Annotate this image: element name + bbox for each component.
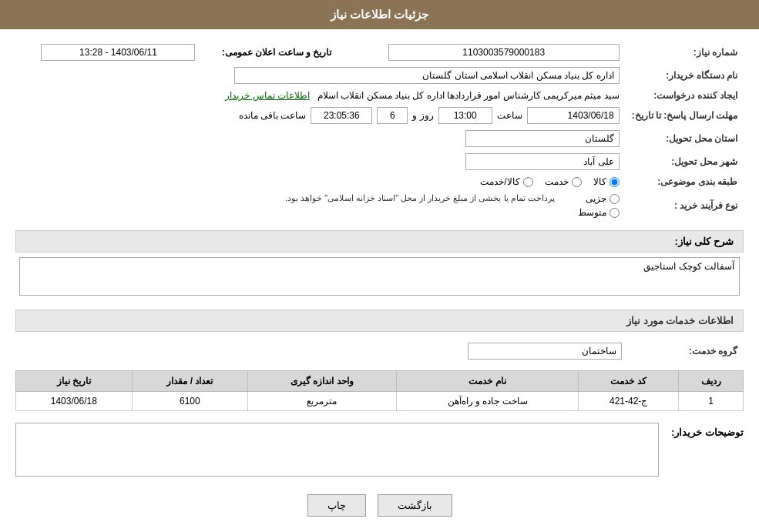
page-header: جزئیات اطلاعات نیاز [0, 0, 759, 29]
buyer-org-label: نام دستگاه خریدار: [626, 64, 744, 87]
buyer-notes-textarea[interactable] [15, 423, 659, 477]
province-input[interactable] [465, 130, 620, 147]
deadline-row: ساعت روز و ساعت باقی مانده [15, 104, 626, 127]
buyer-org-input[interactable] [234, 67, 620, 84]
deadline-days-input[interactable] [377, 107, 408, 124]
deadline-remaining-label: ساعت باقی مانده [239, 110, 307, 121]
requester-value: سید میثم میرکریمی کارشناس امور قراردادها… [15, 87, 626, 104]
col-unit: واحد اندازه گیری [248, 371, 397, 392]
service-group-input[interactable] [468, 343, 622, 360]
col-row-num: ردیف [679, 371, 744, 392]
category-label: طبقه بندی موضوعی: [626, 173, 744, 190]
province-value [15, 127, 626, 150]
deadline-remaining-input[interactable] [311, 107, 372, 124]
description-label-title: شرح کلی نیاز: [674, 236, 734, 247]
requester-contact-link[interactable]: اطلاعات تماس خریدار [225, 90, 310, 101]
category-both[interactable]: کالا/خدمت [480, 176, 532, 187]
services-table: ردیف کد خدمت نام خدمت واحد اندازه گیری ت… [15, 370, 744, 411]
city-label: شهر محل تحویل: [626, 150, 744, 173]
category-kala[interactable]: کالا [593, 176, 620, 187]
services-section: اطلاعات خدمات مورد نیاز گروه خدمت: ردیف … [15, 309, 744, 411]
procurement-jozyi[interactable]: جزیی [578, 193, 620, 204]
description-section-title: شرح کلی نیاز: [15, 230, 744, 253]
city-input[interactable] [465, 153, 620, 170]
deadline-date-input[interactable] [527, 107, 620, 124]
cell-date: 1403/06/18 [16, 392, 133, 411]
deadline-day-label: روز و [412, 110, 433, 121]
description-textarea[interactable]: آسفالت کوچک استاجیق [19, 257, 740, 296]
services-section-title: اطلاعات خدمات مورد نیاز [15, 309, 744, 332]
requester-text: سید میثم میرکریمی کارشناس امور قراردادها… [317, 90, 620, 101]
cell-quantity: 6100 [132, 392, 247, 411]
col-name: نام خدمت [396, 371, 578, 392]
procurement-motavaset[interactable]: متوسط [578, 207, 620, 218]
page-title: جزئیات اطلاعات نیاز [331, 8, 428, 21]
back-button[interactable]: بازگشت [378, 494, 452, 517]
cell-name: ساخت جاده و راه‌آهن [396, 392, 578, 411]
city-value [15, 150, 626, 173]
cell-code: ج-42-421 [579, 392, 679, 411]
deadline-time-input[interactable] [438, 107, 492, 124]
procurement-options: جزیی متوسط پرداخت تمام یا بخشی از مبلغ خ… [15, 190, 626, 221]
announce-input[interactable] [41, 44, 195, 61]
button-row: بازگشت چاپ [15, 494, 744, 517]
buyer-notes-content [15, 423, 659, 479]
buyer-notes-section: توضیحات خریدار: [15, 423, 744, 479]
print-button[interactable]: چاپ [307, 494, 366, 517]
cell-unit: مترمربع [248, 392, 397, 411]
deadline-label: مهلت ارسال پاسخ: تا تاریخ: [626, 104, 744, 127]
service-group-label: گروه خدمت: [628, 340, 744, 363]
announce-label: تاریخ و ساعت اعلان عمومی: [201, 41, 338, 64]
buyer-org-value [15, 64, 626, 87]
need-number-value [353, 41, 625, 64]
procurement-note: پرداخت تمام یا بخشی از مبلغ خریدار از مح… [285, 193, 555, 203]
table-row: 1 ج-42-421 ساخت جاده و راه‌آهن مترمربع 6… [16, 392, 744, 411]
announce-value [15, 41, 201, 64]
need-number-input[interactable] [388, 44, 620, 61]
col-date: تاریخ نیاز [16, 371, 133, 392]
description-section: شرح کلی نیاز: آسفالت کوچک استاجیق [15, 230, 744, 298]
need-number-label: شماره نیاز: [626, 41, 744, 64]
service-group-value [15, 340, 628, 363]
buyer-notes-label: توضیحات خریدار: [667, 423, 744, 438]
col-quantity: تعداد / مقدار [132, 371, 247, 392]
category-options: کالا خدمت کالا/خدمت [15, 173, 626, 190]
procurement-label: نوع فرآیند خرید : [626, 190, 744, 221]
description-input-area: آسفالت کوچک استاجیق [19, 257, 740, 298]
main-info-table: شماره نیاز: تاریخ و ساعت اعلان عمومی: نا… [15, 41, 744, 221]
category-service[interactable]: خدمت [545, 176, 582, 187]
cell-row-num: 1 [679, 392, 744, 411]
province-label: استان محل تحویل: [626, 127, 744, 150]
col-code: کد خدمت [579, 371, 679, 392]
requester-label: ایجاد کننده درخواست: [626, 87, 744, 104]
deadline-time-label: ساعت [497, 110, 522, 121]
